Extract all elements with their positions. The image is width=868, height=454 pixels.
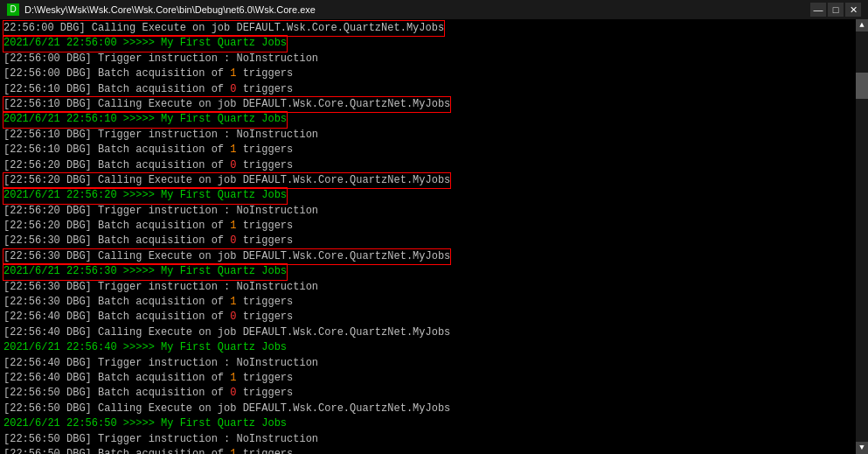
log-line: [22:56:20 DBG] Calling Execute on job DE…	[3, 173, 852, 188]
log-line: [22:56:10 DBG] Batch acquisition of 0 tr…	[3, 82, 852, 97]
log-line: 22:56:00 DBG] Calling Execute on job DEF…	[3, 21, 852, 36]
log-line: 2021/6/21 22:56:20 >>>>> My First Quartz…	[3, 188, 852, 203]
window-title: D:\Wesky\Wsk\Wsk.Core\Wsk.Core\bin\Debug…	[24, 4, 810, 15]
minimize-button[interactable]: —	[810, 3, 826, 17]
app-icon: D	[7, 3, 19, 16]
log-line: [22:56:30 DBG] Batch acquisition of 0 tr…	[3, 234, 852, 248]
log-line: [22:56:00 DBG] Batch acquisition of 1 tr…	[3, 66, 852, 81]
log-line: [22:56:50 DBG] Batch acquisition of 0 tr…	[3, 386, 852, 401]
maximize-button[interactable]: □	[828, 3, 844, 17]
log-line: 2021/6/21 22:56:30 >>>>> My First Quartz…	[3, 264, 852, 279]
log-line: [22:56:10 DBG] Calling Execute on job DE…	[3, 97, 852, 112]
log-line: [22:56:50 DBG] Calling Execute on job DE…	[3, 402, 852, 416]
scroll-down-button[interactable]: ▼	[856, 442, 868, 454]
log-line: 2021/6/21 22:56:40 >>>>> My First Quartz…	[3, 340, 852, 355]
console-output: 22:56:00 DBG] Calling Execute on job DEF…	[0, 19, 856, 454]
scroll-up-button[interactable]: ▲	[856, 19, 868, 31]
log-line: [22:56:30 DBG] Batch acquisition of 1 tr…	[3, 295, 852, 310]
log-line: [22:56:30 DBG] Trigger instruction : NoI…	[3, 280, 852, 295]
log-line: [22:56:50 DBG] Trigger instruction : NoI…	[3, 432, 852, 447]
log-line: [22:56:40 DBG] Batch acquisition of 0 tr…	[3, 310, 852, 325]
close-button[interactable]: ✕	[845, 3, 861, 17]
log-line: [22:56:40 DBG] Calling Execute on job DE…	[3, 325, 852, 340]
log-line: [22:56:10 DBG] Batch acquisition of 1 tr…	[3, 143, 852, 157]
title-bar: D D:\Wesky\Wsk\Wsk.Core\Wsk.Core\bin\Deb…	[0, 0, 868, 19]
log-line: [22:56:20 DBG] Batch acquisition of 0 tr…	[3, 158, 852, 173]
log-line: [22:56:10 DBG] Trigger instruction : NoI…	[3, 128, 852, 143]
window-controls: — □ ✕	[810, 3, 861, 17]
log-line: [22:56:20 DBG] Batch acquisition of 1 tr…	[3, 219, 852, 234]
scroll-track	[856, 31, 868, 442]
window-container: D D:\Wesky\Wsk\Wsk.Core\Wsk.Core\bin\Deb…	[0, 0, 868, 454]
log-line: 2021/6/21 22:56:50 >>>>> My First Quartz…	[3, 416, 852, 431]
log-line: 2021/6/21 22:56:10 >>>>> My First Quartz…	[3, 112, 852, 127]
log-line: 2021/6/21 22:56:00 >>>>> My First Quartz…	[3, 36, 852, 51]
console-wrapper: 22:56:00 DBG] Calling Execute on job DEF…	[0, 19, 868, 454]
log-line: [22:56:20 DBG] Trigger instruction : NoI…	[3, 204, 852, 219]
log-line: [22:56:00 DBG] Trigger instruction : NoI…	[3, 52, 852, 66]
scroll-thumb[interactable]	[856, 73, 868, 99]
log-line: [22:56:40 DBG] Batch acquisition of 1 tr…	[3, 371, 852, 386]
log-line: [22:56:50 DBG] Batch acquisition of 1 tr…	[3, 447, 852, 454]
scrollbar-vertical[interactable]: ▲ ▼	[856, 19, 868, 454]
log-line: [22:56:40 DBG] Trigger instruction : NoI…	[3, 356, 852, 371]
log-line: [22:56:30 DBG] Calling Execute on job DE…	[3, 249, 852, 264]
